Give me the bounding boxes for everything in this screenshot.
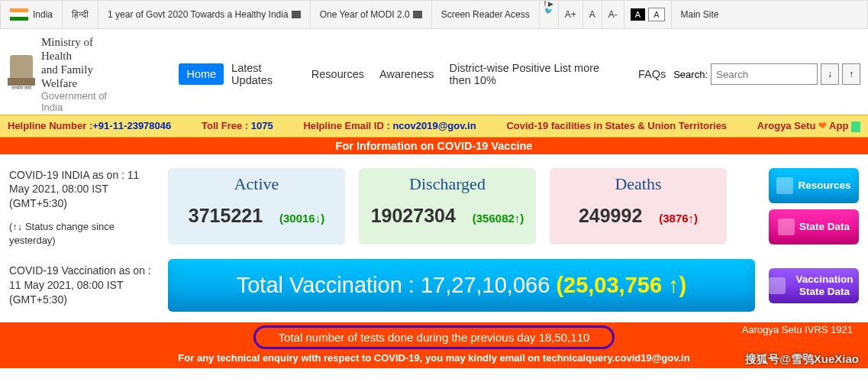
font-increase-button[interactable]: A+ [559,1,583,28]
stats-change-note: (↑↓ Status change since yesterday) [9,220,156,247]
light-theme-button[interactable]: A [648,8,664,21]
vaccination-card: Total Vaccination : 17,27,10,066 (25,03,… [168,259,755,312]
footer-bar: Aarogya Setu IVRS 1921 Total number of t… [0,322,868,368]
resources-icon [776,177,793,194]
vaccination-row: COVID-19 Vaccination as on : 11 May 2021… [9,259,859,312]
vaccination-delta: (25,03,756 ↑) [556,273,686,297]
main-site-link[interactable]: Main Site [672,1,728,28]
nav-resources[interactable]: Resources [304,63,372,85]
hindi-link[interactable]: हिन्दी [63,1,98,28]
card-deaths: Deaths 249992 (3876↑) [550,168,727,244]
nav-faqs[interactable]: FAQs [631,63,673,85]
nav-awareness[interactable]: Awareness [372,63,441,85]
ministry-line2: and Family Welfare [41,63,125,90]
card-discharged: Discharged 19027304 (356082↑) [359,168,536,244]
vaccination-state-data-button[interactable]: Vaccination State Data [769,268,859,303]
main-nav: Home Latest Updates Resources Awareness … [179,57,673,91]
screen-reader-link[interactable]: Screen Reader Acess [432,1,540,28]
book-icon [292,11,301,18]
arogya-setu-link[interactable]: Arogya Setu ❤ App [757,120,860,132]
twitter-icon[interactable]: 🐦 [544,8,553,15]
nav-latest-updates[interactable]: Latest Updates [224,57,304,91]
ministry-sub: Government of India [41,90,125,113]
national-emblem-icon: सत्यमेव जयते [8,55,35,93]
helpline-bar: Helpline Number :+91-11-23978046 Toll Fr… [0,115,868,138]
gov-year-label: 1 year of Govt 2020 Towards a Healthy In… [108,9,289,20]
discharged-delta: (356082↑) [473,212,524,225]
stats-as-on: COVID-19 INDIA as on : 11 May 2021, 08:0… [9,168,156,212]
social-icons[interactable]: f ▶ 🐦 [540,1,559,28]
vaccination-value: 17,27,10,066 [421,273,550,297]
main-content: COVID-19 INDIA as on : 11 May 2021, 08:0… [0,154,868,317]
resources-button[interactable]: Resources [769,168,859,203]
helpline-email: Helpline Email ID : ncov2019@gov.in [303,120,476,131]
card-active: Active 3715221 (30016↓) [168,168,345,244]
facilities-link[interactable]: Covid-19 facilities in States & Union Te… [506,120,727,131]
sort-up-button[interactable]: ↑ [842,63,860,85]
side-buttons: Resources State Data [769,168,859,244]
deaths-label: Deaths [550,174,727,194]
header: सत्यमेव जयते Ministry of Health and Fami… [0,29,868,115]
top-bar: India हिन्दी 1 year of Govt 2020 Towards… [0,0,868,29]
side-buttons-2: Vaccination State Data [769,268,859,303]
nav-district-list[interactable]: District-wise Positive List more then 10… [442,57,631,91]
ministry-title-block: Ministry of Health and Family Welfare Go… [41,35,125,113]
stat-cards: Active 3715221 (30016↓) Discharged 19027… [168,168,727,244]
discharged-label: Discharged [359,174,536,194]
watermark: 搜狐号@雪鸮XueXiao [745,352,859,367]
syringe-icon [769,277,786,294]
arogya-ivrs: Aarogya Setu IVRS 1921 [742,324,853,335]
nav-home[interactable]: Home [179,63,224,85]
helpline-number: Helpline Number :+91-11-23978046 [8,120,171,131]
country-label: India [33,9,53,20]
active-label: Active [168,174,345,194]
tests-done-highlight: Total number of tests done during the pr… [253,325,615,349]
toll-free: Toll Free : 1075 [202,120,273,131]
font-decrease-button[interactable]: A- [602,1,624,28]
vaccination-caption: COVID-19 Vaccination as on : 11 May 2021… [9,264,168,307]
heart-icon: ❤ [818,120,827,131]
android-icon [851,121,860,132]
vaccine-info-bar[interactable]: For Information on COVID-19 Vaccine [0,138,868,154]
discharged-value: 19027304 [371,205,456,227]
active-value: 3715221 [189,205,263,227]
stats-row: COVID-19 INDIA as on : 11 May 2021, 08:0… [9,168,859,248]
theme-buttons: A A [624,1,672,28]
country-selector[interactable]: India [1,1,63,28]
stats-caption: COVID-19 INDIA as on : 11 May 2021, 08:0… [9,168,168,248]
gov-year-link[interactable]: 1 year of Govt 2020 Towards a Healthy In… [98,1,311,28]
vaccination-label: Total Vaccination : [237,273,421,297]
active-delta: (30016↓) [279,212,324,225]
emblem-motto: सत्यमेव जयते [11,86,32,91]
font-normal-button[interactable]: A [583,1,602,28]
book-icon [413,11,422,18]
deaths-value: 249992 [579,205,642,227]
dark-theme-button[interactable]: A [631,8,645,21]
sort-down-button[interactable]: ↓ [821,63,839,85]
technical-enquiry: For any technical enquiry with respect t… [0,352,868,364]
search-area: Search: ↓ ↑ [673,63,860,85]
search-input[interactable] [711,63,818,85]
india-flag-icon [10,8,28,21]
search-label: Search: [673,69,708,80]
state-data-button[interactable]: State Data [769,209,859,244]
modi-label: One Year of MODI 2.0 [320,9,410,20]
ministry-line1: Ministry of Health [41,35,125,63]
deaths-delta: (3876↑) [659,212,698,225]
modi-link[interactable]: One Year of MODI 2.0 [311,1,432,28]
state-data-icon [778,219,795,235]
